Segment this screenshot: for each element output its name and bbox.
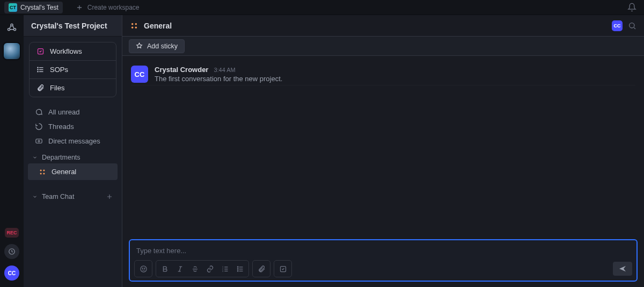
- paperclip-icon: [258, 265, 266, 273]
- svg-point-16: [131, 26, 133, 28]
- hex-cluster-icon: [6, 23, 18, 34]
- main-column: General CC Add sticky CC Crystal Crowder: [122, 15, 644, 287]
- svg-point-25: [237, 266, 238, 267]
- svg-point-2: [13, 28, 16, 31]
- svg-point-26: [237, 268, 238, 269]
- sidebar-item-all-unread[interactable]: All unread: [24, 105, 122, 119]
- message-body: The first conversation for the new proje…: [155, 75, 282, 83]
- channel-toolbar: Add sticky: [122, 37, 644, 56]
- emoji-button[interactable]: [136, 262, 151, 276]
- sidebar-item-label: Files: [50, 84, 64, 92]
- sidebar-item-label: Direct messages: [48, 137, 100, 145]
- chevron-down-icon: [32, 155, 38, 160]
- svg-point-1: [8, 28, 10, 31]
- message-row: CC Crystal Crowder 3:44 AM The first con…: [131, 63, 635, 85]
- ordered-list-icon: 123: [221, 265, 229, 273]
- search-icon: [628, 21, 636, 30]
- current-user-avatar[interactable]: CC: [4, 266, 19, 281]
- svg-point-21: [144, 268, 144, 268]
- svg-point-15: [135, 23, 137, 24]
- sidebar-item-threads[interactable]: Threads: [24, 119, 122, 134]
- svg-point-0: [11, 24, 13, 26]
- composer-toolbar: 123: [134, 260, 632, 277]
- bold-icon: [161, 265, 169, 273]
- add-team-chat-button[interactable]: [106, 193, 113, 200]
- send-button[interactable]: [613, 262, 632, 276]
- svg-point-5: [37, 67, 38, 68]
- svg-point-20: [142, 268, 143, 268]
- bell-icon: [627, 3, 636, 12]
- clock-icon: [8, 248, 16, 255]
- sidebar-channel-general[interactable]: General: [28, 163, 118, 180]
- svg-text:3: 3: [222, 270, 223, 272]
- ordered-list-button[interactable]: 123: [217, 262, 232, 276]
- svg-point-19: [140, 266, 146, 271]
- app-logo[interactable]: [6, 23, 18, 34]
- top-strip: CT Crystal's Test Create workspace: [0, 0, 644, 15]
- sidebar-item-label: Workflows: [50, 47, 82, 55]
- sidebar: Crystal's Test Project Workflows SOPs Fi…: [24, 15, 122, 287]
- workflow-icon: [36, 47, 45, 55]
- bold-button[interactable]: [157, 262, 172, 276]
- channel-title: General: [144, 21, 172, 30]
- message-time: 3:44 AM: [214, 67, 235, 73]
- chevron-down-icon: [32, 194, 38, 199]
- sidebar-group-team-chat[interactable]: Team Chat: [24, 188, 122, 203]
- sidebar-item-sops[interactable]: SOPs: [30, 61, 116, 79]
- list-icon: [36, 66, 45, 74]
- message-list[interactable]: CC Crystal Crowder 3:44 AM The first con…: [122, 56, 644, 234]
- sidebar-item-workflows[interactable]: Workflows: [30, 42, 116, 61]
- svg-point-9: [38, 140, 39, 142]
- plus-icon: [106, 193, 113, 200]
- svg-point-27: [237, 270, 238, 271]
- link-button[interactable]: [202, 262, 217, 276]
- sidebar-quick-list: All unread Threads Direct messages: [24, 105, 122, 148]
- sidebar-item-files[interactable]: Files: [30, 79, 116, 97]
- sidebar-item-label: Threads: [48, 123, 74, 131]
- svg-point-18: [630, 23, 634, 27]
- message-avatar[interactable]: CC: [131, 66, 148, 83]
- create-workspace-button[interactable]: Create workspace: [76, 4, 140, 11]
- svg-point-13: [43, 173, 45, 174]
- link-icon: [206, 265, 214, 273]
- task-button[interactable]: [275, 262, 290, 276]
- notifications-button[interactable]: [627, 3, 636, 12]
- workspace-tab[interactable]: CT Crystal's Test: [4, 2, 63, 13]
- sidebar-nav-box: Workflows SOPs Files: [29, 42, 116, 97]
- italic-button[interactable]: [172, 262, 187, 276]
- project-tile[interactable]: [4, 43, 20, 59]
- left-rail: REC CC: [0, 15, 24, 287]
- record-button[interactable]: REC: [5, 228, 19, 238]
- svg-point-14: [131, 23, 133, 24]
- channel-member-avatar[interactable]: CC: [612, 20, 623, 31]
- svg-point-12: [40, 173, 42, 174]
- sidebar-group-label: Team Chat: [42, 193, 74, 200]
- chat-icon: [35, 108, 43, 116]
- workspace-name: Crystal's Test: [20, 4, 58, 11]
- svg-rect-8: [35, 139, 41, 144]
- add-sticky-button[interactable]: Add sticky: [129, 39, 185, 53]
- history-button[interactable]: [4, 244, 19, 259]
- send-icon: [618, 264, 627, 273]
- pin-icon: [136, 42, 143, 49]
- grid-icon: [130, 21, 138, 30]
- sidebar-item-label: All unread: [48, 108, 80, 116]
- svg-point-17: [135, 26, 137, 28]
- attach-button[interactable]: [254, 262, 269, 276]
- composer-input[interactable]: [134, 243, 632, 258]
- workspace-avatar: CT: [9, 3, 17, 12]
- channel-search-button[interactable]: [628, 21, 636, 30]
- svg-point-11: [43, 169, 45, 171]
- add-sticky-label: Add sticky: [147, 42, 178, 50]
- svg-point-7: [37, 71, 38, 72]
- create-workspace-label: Create workspace: [87, 4, 140, 11]
- bullet-list-button[interactable]: [232, 262, 247, 276]
- sidebar-group-departments[interactable]: Departments: [24, 148, 122, 163]
- project-title[interactable]: Crystal's Test Project: [24, 15, 122, 37]
- bullet-list-icon: [236, 265, 244, 273]
- message-author: Crystal Crowder: [155, 66, 208, 74]
- emoji-icon: [140, 265, 148, 273]
- sidebar-group-label: Departments: [42, 154, 80, 161]
- sidebar-item-dms[interactable]: Direct messages: [24, 134, 122, 148]
- strike-button[interactable]: [187, 262, 202, 276]
